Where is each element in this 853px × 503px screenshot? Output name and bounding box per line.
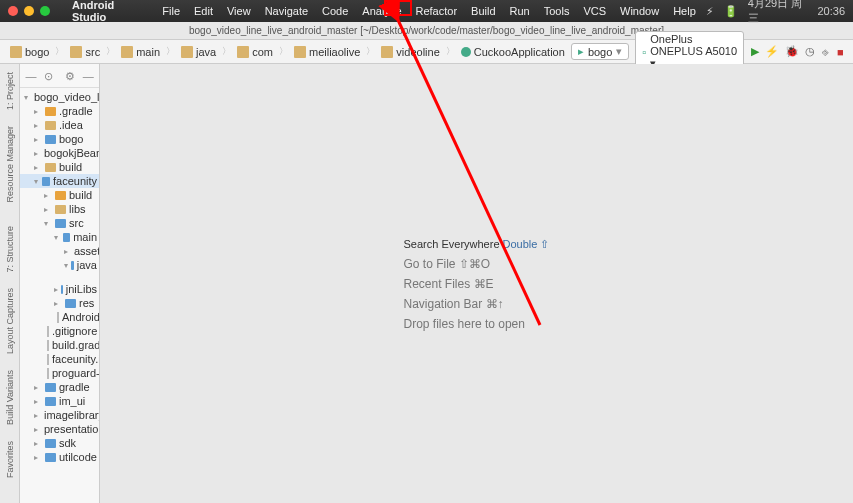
menu-tools[interactable]: Tools xyxy=(540,5,574,17)
tree-node[interactable]: .gitignore xyxy=(20,324,99,338)
tree-node[interactable]: ▸build xyxy=(20,160,99,174)
attach-button[interactable]: ⎆ xyxy=(821,45,830,59)
tree-node[interactable]: ▾faceunity xyxy=(20,174,99,188)
stop-button[interactable]: ■ xyxy=(836,45,845,59)
tree-node[interactable]: ▸imagelibrary xyxy=(20,408,99,422)
tree-node[interactable]: ▸im_ui xyxy=(20,394,99,408)
chevron-icon[interactable]: ▸ xyxy=(64,247,68,256)
tree-node[interactable]: ▸assets xyxy=(20,244,99,258)
project-tree[interactable]: ▾bogo_video_line_live_android_master▸.gr… xyxy=(20,88,99,503)
menu-help[interactable]: Help xyxy=(669,5,700,17)
tree-node[interactable]: faceunity.iml xyxy=(20,352,99,366)
project-tool-header: — ⊙ ⚙ — xyxy=(20,64,99,88)
tree-node[interactable]: ▸sdk xyxy=(20,436,99,450)
tree-node[interactable]: ▸presentation xyxy=(20,422,99,436)
crumb-cuckoo[interactable]: CuckooApplication xyxy=(457,45,569,59)
tree-node[interactable]: ▸utilcode xyxy=(20,450,99,464)
tree-node[interactable]: ▸gradle xyxy=(20,380,99,394)
menu-edit[interactable]: Edit xyxy=(190,5,217,17)
run-button[interactable]: ▶ xyxy=(750,45,759,59)
tree-node[interactable]: ▾main xyxy=(20,230,99,244)
chevron-icon[interactable]: ▾ xyxy=(54,233,60,242)
app-name[interactable]: Android Studio xyxy=(68,0,152,23)
debug-button[interactable]: 🐞 xyxy=(785,45,799,59)
tree-node[interactable]: ▸build xyxy=(20,188,99,202)
tree-node-label: faceunity xyxy=(53,175,97,187)
chevron-icon[interactable]: ▸ xyxy=(34,149,38,158)
wifi-icon[interactable]: ⚡︎ xyxy=(706,5,714,18)
tree-node[interactable]: ▾java xyxy=(20,258,99,272)
tree-node[interactable]: ▸bogokjBean xyxy=(20,146,99,160)
menu-run[interactable]: Run xyxy=(506,5,534,17)
tree-node-label: faceunity.iml xyxy=(52,353,99,365)
chevron-icon[interactable]: ▸ xyxy=(34,163,42,172)
run-config-select[interactable]: ▸bogo▾ xyxy=(571,43,629,60)
tree-node[interactable]: ▸.gradle xyxy=(20,104,99,118)
tab-favorites[interactable]: Favorites xyxy=(3,433,17,486)
tree-node-label: im_ui xyxy=(59,395,85,407)
chevron-icon[interactable]: ▾ xyxy=(24,93,28,102)
chevron-icon[interactable]: ▸ xyxy=(34,411,38,420)
chevron-icon[interactable]: ▸ xyxy=(34,383,42,392)
crumb-videoline[interactable]: videoline xyxy=(377,45,443,59)
chevron-icon[interactable]: ▸ xyxy=(34,453,42,462)
folder-icon xyxy=(45,107,56,116)
tab-resource-manager[interactable]: Resource Manager xyxy=(3,118,17,211)
menu-code[interactable]: Code xyxy=(318,5,352,17)
chevron-icon[interactable]: ▾ xyxy=(34,177,39,186)
tree-node[interactable]: ▸res xyxy=(20,296,99,310)
crumb-bogo[interactable]: bogo xyxy=(6,45,53,59)
settings-button[interactable]: ⚙ xyxy=(64,69,78,83)
tab-build-variants[interactable]: Build Variants xyxy=(3,362,17,433)
crumb-java[interactable]: java xyxy=(177,45,220,59)
editor-area[interactable]: Search Everywhere Double ⇧ Go to File ⇧⌘… xyxy=(100,64,853,503)
menu-view[interactable]: View xyxy=(223,5,255,17)
hide-button[interactable]: — xyxy=(81,69,95,83)
maximize-icon[interactable] xyxy=(40,6,50,16)
tree-node-label: src xyxy=(69,217,84,229)
tree-node[interactable]: ▸.idea xyxy=(20,118,99,132)
apply-button[interactable]: ⚡ xyxy=(765,45,779,59)
minimize-icon[interactable] xyxy=(24,6,34,16)
tab-project[interactable]: 1: Project xyxy=(3,64,17,118)
profile-button[interactable]: ◷ xyxy=(805,45,815,59)
chevron-icon[interactable]: ▸ xyxy=(54,285,58,294)
tree-node[interactable]: ▸libs xyxy=(20,202,99,216)
select-target-button[interactable]: ⊙ xyxy=(42,69,56,83)
chevron-icon[interactable]: ▸ xyxy=(34,397,42,406)
chevron-icon[interactable]: ▸ xyxy=(34,135,42,144)
tree-node[interactable]: ▸jniLibs xyxy=(20,282,99,296)
menu-refactor[interactable]: Refactor xyxy=(412,5,462,17)
chevron-icon[interactable]: ▾ xyxy=(44,219,52,228)
crumb-src[interactable]: src xyxy=(66,45,104,59)
menu-build[interactable]: Build xyxy=(467,5,499,17)
chevron-icon[interactable]: ▸ xyxy=(44,191,52,200)
tree-node[interactable]: ▸bogo xyxy=(20,132,99,146)
chevron-icon[interactable]: ▾ xyxy=(64,261,68,270)
tab-layout-captures[interactable]: Layout Captures xyxy=(3,280,17,362)
tree-node[interactable]: ▾src xyxy=(20,216,99,230)
chevron-icon[interactable]: ▸ xyxy=(34,107,42,116)
traffic-lights[interactable] xyxy=(8,6,50,16)
tree-node[interactable]: proguard-rules.pro xyxy=(20,366,99,380)
battery-icon[interactable]: 🔋 xyxy=(724,5,738,18)
menu-window[interactable]: Window xyxy=(616,5,663,17)
tab-structure[interactable]: 7: Structure xyxy=(3,218,17,281)
crumb-meiliaolive[interactable]: meiliaolive xyxy=(290,45,364,59)
chevron-icon[interactable]: ▸ xyxy=(34,439,42,448)
menu-navigate[interactable]: Navigate xyxy=(261,5,312,17)
crumb-main[interactable]: main xyxy=(117,45,164,59)
chevron-icon[interactable]: ▸ xyxy=(34,121,42,130)
chevron-icon[interactable]: ▸ xyxy=(44,205,52,214)
tree-node[interactable]: ▾bogo_video_line_live_android_master xyxy=(20,90,99,104)
tree-node[interactable]: AndroidManifest.xml xyxy=(20,310,99,324)
crumb-com[interactable]: com xyxy=(233,45,277,59)
collapse-button[interactable]: — xyxy=(24,69,38,83)
menu-analyze[interactable]: Analyze xyxy=(358,5,405,17)
close-icon[interactable] xyxy=(8,6,18,16)
menu-file[interactable]: File xyxy=(158,5,184,17)
chevron-icon[interactable]: ▸ xyxy=(54,299,62,308)
chevron-icon[interactable]: ▸ xyxy=(34,425,38,434)
menu-vcs[interactable]: VCS xyxy=(579,5,610,17)
tree-node[interactable]: build.gradle xyxy=(20,338,99,352)
